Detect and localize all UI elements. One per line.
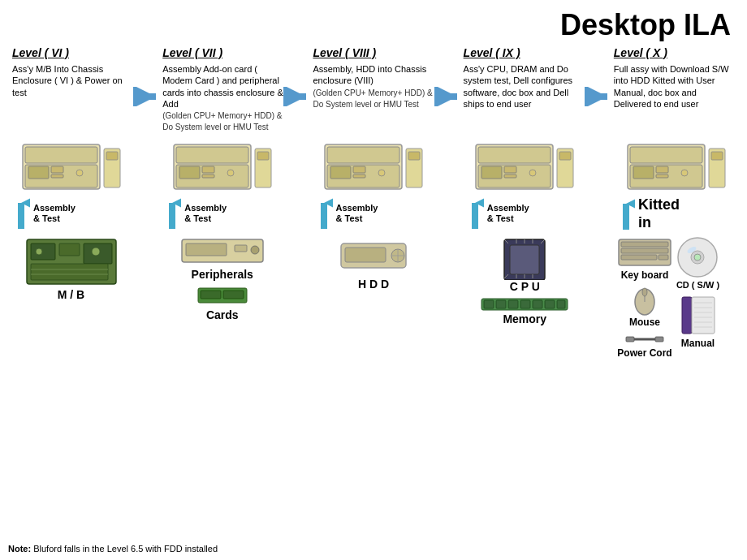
memory-label: Memory bbox=[503, 312, 546, 325]
mouse-label: Mouse bbox=[629, 317, 660, 328]
level-vii-desc: Assembly Add-on card ( Modem Card ) and … bbox=[162, 63, 283, 136]
note-label: Note: bbox=[8, 544, 31, 554]
computer-4 bbox=[466, 140, 584, 193]
computers-row bbox=[8, 140, 739, 193]
svg-rect-96 bbox=[484, 300, 494, 308]
svg-point-50 bbox=[681, 170, 688, 176]
svg-rect-52 bbox=[711, 152, 723, 160]
svg-rect-97 bbox=[496, 300, 506, 308]
svg-rect-101 bbox=[545, 300, 555, 308]
svg-rect-107 bbox=[658, 255, 668, 260]
kitted-in-label: Kitted in bbox=[638, 196, 680, 231]
page-title: Desktop ILA bbox=[0, 0, 747, 42]
svg-point-71 bbox=[92, 248, 100, 256]
assembly-label-2: Assembly & Test bbox=[184, 203, 227, 224]
assembly-col-5: Kitted in bbox=[617, 196, 735, 231]
cd-label: CD ( S/W ) bbox=[676, 280, 719, 290]
svg-rect-29 bbox=[330, 166, 351, 179]
svg-rect-9 bbox=[25, 147, 97, 163]
svg-rect-104 bbox=[621, 242, 668, 247]
svg-rect-64 bbox=[31, 243, 55, 260]
level-vi-desc: Ass'y M/B Into Chassis Enclosure ( VI ) … bbox=[12, 63, 133, 136]
svg-rect-38 bbox=[481, 166, 502, 179]
level-vi-col: Level ( VI ) Ass'y M/B Into Chassis Encl… bbox=[12, 46, 133, 136]
svg-rect-22 bbox=[202, 174, 214, 178]
svg-rect-13 bbox=[51, 174, 63, 178]
assembly-col-2: Assembly & Test bbox=[163, 196, 281, 230]
svg-rect-74 bbox=[235, 245, 247, 252]
svg-rect-78 bbox=[223, 291, 244, 299]
svg-rect-106 bbox=[621, 255, 657, 260]
svg-rect-67 bbox=[31, 264, 108, 280]
keyboard-label: Key board bbox=[621, 269, 669, 281]
arrow-1 bbox=[133, 87, 162, 106]
svg-rect-20 bbox=[179, 166, 200, 179]
svg-rect-30 bbox=[353, 166, 365, 173]
level-viii-title: Level ( VIII ) bbox=[313, 46, 376, 59]
svg-rect-99 bbox=[520, 300, 530, 308]
svg-rect-65 bbox=[59, 243, 80, 256]
computer-2 bbox=[163, 140, 281, 193]
assembly-col-1: Assembly & Test bbox=[12, 196, 130, 230]
svg-point-110 bbox=[642, 288, 647, 296]
levels-row: Level ( VI ) Ass'y M/B Into Chassis Encl… bbox=[8, 46, 739, 136]
arrow-4 bbox=[585, 87, 614, 106]
mb-label: M / B bbox=[58, 288, 84, 301]
assembly-col-3: Assembly & Test bbox=[315, 196, 433, 230]
svg-rect-112 bbox=[626, 337, 634, 342]
note-area: Note: Bluford falls in the Level 6.5 wit… bbox=[8, 544, 218, 554]
svg-rect-77 bbox=[201, 291, 221, 299]
svg-rect-45 bbox=[630, 147, 702, 163]
svg-rect-102 bbox=[557, 300, 565, 308]
assembly-label-1: Assembly & Test bbox=[33, 203, 76, 224]
svg-rect-21 bbox=[202, 166, 214, 173]
svg-rect-98 bbox=[508, 300, 518, 308]
arrow-3 bbox=[434, 87, 464, 106]
computer-1 bbox=[12, 140, 130, 193]
peripherals-label: Peripherals bbox=[192, 268, 253, 281]
svg-point-70 bbox=[36, 248, 42, 255]
svg-rect-80 bbox=[345, 248, 386, 262]
svg-rect-105 bbox=[621, 248, 668, 253]
svg-rect-85 bbox=[510, 245, 539, 274]
cpu-label: C P U bbox=[510, 280, 540, 293]
svg-rect-73 bbox=[186, 243, 227, 256]
level-vii-title: Level ( VII ) bbox=[162, 46, 222, 59]
level-viii-col: Level ( VIII ) Assembly, HDD into Chassi… bbox=[313, 46, 434, 136]
level-viii-desc: Assembly, HDD into Chassis enclosure (VI… bbox=[313, 63, 434, 136]
note-content: Bluford falls in the Level 6.5 with FDD … bbox=[33, 544, 218, 554]
svg-rect-47 bbox=[633, 166, 654, 179]
svg-rect-113 bbox=[655, 337, 663, 342]
svg-rect-18 bbox=[176, 147, 248, 163]
svg-rect-100 bbox=[533, 300, 542, 308]
computer-3 bbox=[315, 140, 433, 193]
arrow-2 bbox=[283, 87, 313, 106]
svg-point-75 bbox=[251, 246, 259, 254]
svg-point-32 bbox=[378, 170, 385, 176]
svg-rect-16 bbox=[106, 152, 118, 160]
assembly-row: Assembly & Test Assembly & Test Asse bbox=[8, 196, 739, 231]
components-row: M / B Peripherals Cards bbox=[8, 235, 739, 359]
peripherals-component: Peripherals Cards bbox=[163, 235, 281, 321]
svg-rect-27 bbox=[327, 147, 399, 163]
svg-point-14 bbox=[76, 170, 83, 176]
svg-rect-48 bbox=[656, 166, 668, 173]
svg-rect-31 bbox=[353, 174, 365, 178]
svg-rect-43 bbox=[559, 152, 571, 160]
level-x-title: Level ( X ) bbox=[614, 46, 667, 59]
hdd-component: H D D bbox=[315, 235, 433, 291]
hdd-label: H D D bbox=[358, 278, 389, 291]
svg-rect-34 bbox=[408, 152, 420, 160]
kitted-component: Key board Mouse Power Cord bbox=[617, 235, 735, 359]
level-ix-col: Level ( IX ) Ass'y CPU, DRAM and Do syst… bbox=[464, 46, 585, 136]
level-vii-col: Level ( VII ) Assembly Add-on card ( Mod… bbox=[162, 46, 283, 136]
mb-component: M / B bbox=[12, 235, 130, 301]
svg-point-23 bbox=[227, 170, 234, 176]
assembly-label-3: Assembly & Test bbox=[336, 203, 378, 224]
svg-rect-118 bbox=[682, 297, 692, 334]
svg-rect-11 bbox=[28, 166, 49, 179]
svg-point-41 bbox=[529, 170, 536, 176]
svg-point-116 bbox=[694, 254, 701, 261]
cpu-component: C P U Memory bbox=[466, 235, 584, 325]
svg-rect-36 bbox=[478, 147, 551, 163]
